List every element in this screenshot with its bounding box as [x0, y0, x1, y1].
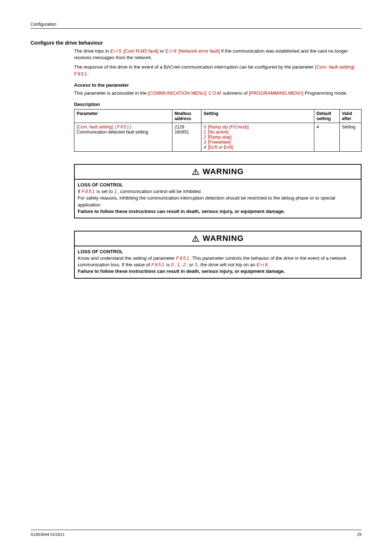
svg-rect-2	[195, 171, 196, 173]
warning-title: LOSS OF CONTROL	[78, 182, 358, 188]
parameter-table: Parameter Modbus address Setting Default…	[74, 109, 362, 152]
text: The drive trips in	[74, 48, 110, 54]
text: submenu of	[222, 90, 249, 96]
warning-head-text: WARNING	[203, 234, 244, 243]
setting-text-4: [Err5 or Err8]	[207, 145, 233, 150]
warning-2: WARNING LOSS OF CONTROL Know and underst…	[74, 231, 362, 279]
intro-paragraph-2: The response of the drive in the event o…	[74, 64, 362, 77]
warning-head-text: WARNING	[203, 167, 244, 176]
text: or	[159, 48, 166, 54]
th-valid: Valid after	[340, 109, 362, 123]
text: If	[78, 189, 82, 194]
warning-body: LOSS OF CONTROL Know and understand the …	[75, 246, 361, 278]
page: Configuration Configure the drive behavi…	[0, 0, 392, 554]
warning-line-1: Know and understand the setting of param…	[78, 255, 358, 268]
link-network-error-fault: [Network error fault]	[177, 48, 220, 54]
warning-line-2: For safety reasons, inhibiting the commu…	[78, 195, 358, 208]
page-footer: S1A53844 01/2011 29	[30, 530, 362, 537]
param-code: (F851)	[113, 124, 132, 130]
code-f851: F851	[151, 262, 165, 267]
code-3: 3	[195, 262, 198, 267]
svg-rect-7	[195, 240, 196, 241]
code-f851: F851	[176, 255, 190, 261]
footer-doc-id: S1A53844 01/2011	[30, 532, 65, 537]
setting-text-2: [Ramp stop]	[207, 135, 232, 140]
warning-1: WARNING LOSS OF CONTROL If F851 is set t…	[74, 164, 362, 218]
code-0: 0	[171, 262, 174, 267]
table-header-row: Parameter Modbus address Setting Default…	[74, 109, 362, 123]
code-com: COM	[207, 90, 222, 96]
cell-default: 4	[314, 123, 340, 151]
link-communication-menu: [COMMUNICATION MENU]	[148, 90, 207, 96]
text: is set to	[95, 189, 114, 194]
code-err5: Err5	[110, 48, 122, 54]
setting-code-2: 2	[204, 135, 207, 140]
footer-row: S1A53844 01/2011 29	[30, 532, 362, 537]
access-heading: Access to the parameter	[74, 82, 362, 88]
code-f851: F851	[82, 189, 95, 194]
cell-valid: Setting	[340, 123, 362, 151]
setting-code-3: 3	[204, 140, 207, 145]
svg-rect-6	[195, 237, 196, 239]
warning-failure-text: Failure to follow these instructions can…	[78, 268, 285, 274]
warning-box: WARNING LOSS OF CONTROL Know and underst…	[74, 231, 362, 279]
intro-paragraph-1: The drive trips in Err5 [Com RJ45 fault]…	[74, 48, 362, 61]
text: This parameter is accessible in the	[74, 90, 148, 96]
footer-rule	[30, 530, 362, 530]
warning-line-3: Failure to follow these instructions can…	[78, 208, 358, 215]
setting-code-4: 4	[204, 145, 207, 150]
code-err8: Err8	[166, 48, 177, 54]
header-section-label: Configuration	[30, 22, 362, 27]
warning-line-2: Failure to follow these instructions can…	[78, 268, 358, 275]
link-com-fault-setting: [Com. fault setting]	[315, 64, 354, 70]
code-1: 1	[114, 189, 118, 194]
th-setting: Setting	[201, 109, 314, 123]
warning-body: LOSS OF CONTROL If F851 is set to 1, com…	[75, 180, 361, 218]
text: , or	[186, 262, 194, 267]
text: , the drive will not trip on an	[198, 262, 257, 267]
cell-setting: 0 [Ramp stp (F/Cmod)] 1 [No active] 2 [R…	[201, 123, 314, 151]
cell-parameter: [Com. fault setting] (F851) Communicatio…	[74, 123, 172, 151]
code-1: 1	[177, 262, 180, 267]
text: Know and understand the setting of param…	[78, 255, 176, 261]
modbus-hex: 16#851	[175, 130, 189, 135]
text: is	[165, 262, 171, 267]
code-f851: F851	[74, 71, 88, 77]
warning-line-1: If F851 is set to 1, communication contr…	[78, 188, 358, 195]
setting-code-0: 0	[204, 124, 207, 130]
body-block: The drive trips in Err5 [Com RJ45 fault]…	[74, 48, 362, 152]
warning-triangle-icon	[192, 168, 200, 175]
setting-text-3: [Freewheel]	[207, 140, 231, 145]
setting-code-1: 1	[204, 130, 207, 135]
th-default: Default setting	[314, 109, 340, 123]
cell-modbus: 2129 16#851	[172, 123, 201, 151]
setting-text-1: [No active]	[207, 130, 229, 135]
th-modbus: Modbus address	[172, 109, 201, 123]
content: Configure the drive behaviour The drive …	[30, 40, 362, 279]
warning-header: WARNING	[75, 231, 361, 246]
warning-header: WARNING	[75, 165, 361, 180]
warning-title: LOSS OF CONTROL	[78, 249, 358, 255]
page-header: Configuration	[30, 22, 362, 32]
table-row: [Com. fault setting] (F851) Communicatio…	[74, 123, 362, 151]
text: Programming mode.	[303, 90, 347, 96]
link-com-rj45-fault: [Com RJ45 fault]	[122, 48, 158, 54]
text: .	[88, 71, 89, 77]
param-link: [Com. fault setting]	[77, 124, 113, 130]
text: .	[269, 262, 270, 267]
access-paragraph: This parameter is accessible in the [COM…	[74, 90, 362, 97]
section-title: Configure the drive behaviour	[30, 40, 362, 46]
th-parameter: Parameter	[74, 109, 172, 123]
text: ,	[175, 262, 177, 267]
svg-rect-3	[195, 173, 196, 174]
text: , communication control will be inhibite…	[118, 189, 202, 194]
text: The response of the drive in the event o…	[74, 64, 315, 70]
warning-box: WARNING LOSS OF CONTROL If F851 is set t…	[74, 164, 362, 218]
code-err8: Err8	[257, 262, 269, 267]
setting-text-0: [Ramp stp (F/Cmod)]	[207, 124, 249, 130]
footer-page-number: 29	[357, 532, 362, 537]
description-heading: Description	[74, 102, 362, 107]
warning-triangle-icon	[192, 235, 200, 242]
param-rest: Communication detected fault setting	[77, 130, 148, 135]
link-programming-menu: [PROGRAMMING MENU]	[249, 90, 303, 96]
